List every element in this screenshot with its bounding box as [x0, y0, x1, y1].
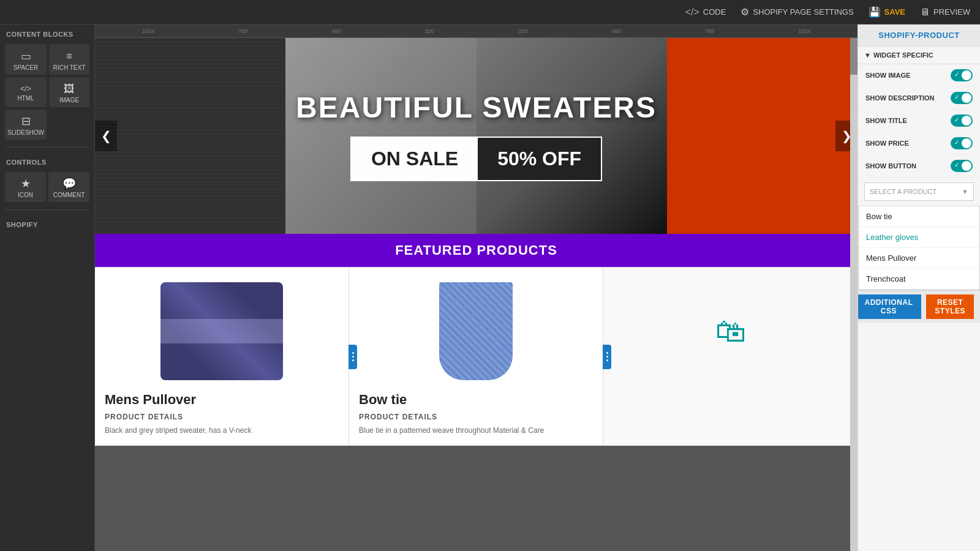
canvas-scroll[interactable]: BEAUTIFUL SWEATERS ON SALE 50% OFF ❮ ❯ F… — [95, 38, 858, 551]
dot-4 — [606, 352, 608, 354]
sidebar-item-rich-text[interactable]: ≡ RICH TEXT — [49, 44, 89, 75]
product-2-details-label: PRODUCT DETAILS — [359, 413, 593, 421]
html-label: HTML — [17, 95, 34, 102]
right-sidebar-header: SHOPIFY-PRODUCT — [858, 24, 980, 47]
sidebar-item-html[interactable]: </> HTML — [5, 77, 47, 107]
controls-title: CONTROLS — [0, 152, 94, 170]
controls-grid: ★ ICON 💬 COMMENT — [0, 170, 94, 204]
show-button-check: ✓ — [954, 162, 959, 168]
select-product-chevron: ▼ — [962, 188, 968, 195]
settings-button[interactable]: ⚙ SHOPIFY PAGE SETTINGS — [741, 6, 853, 18]
select-product-placeholder: SELECT A PRODUCT — [870, 188, 937, 195]
ruler-768-left: 768 — [238, 28, 247, 34]
spacer-icon: ▭ — [21, 51, 31, 62]
dropdown-item-bow-tie[interactable]: Bow tie — [859, 206, 979, 227]
main-layout: CONTENT BLOCKS ▭ SPACER ≡ RICH TEXT </> … — [0, 24, 980, 551]
sidebar-divider-1 — [5, 147, 89, 148]
code-label: CODE — [703, 7, 726, 17]
sidebar-item-icon[interactable]: ★ ICON — [5, 172, 46, 202]
sidebar-item-comment[interactable]: 💬 COMMENT — [48, 172, 89, 202]
select-product-button[interactable]: SELECT A PRODUCT ▼ — [864, 182, 974, 201]
rich-text-icon: ≡ — [66, 50, 72, 62]
toggle-show-button: SHOW BUTTON ✓ — [858, 155, 980, 178]
hero-title: BEAUTIFUL SWEATERS — [296, 91, 657, 124]
preview-label: PREVIEW — [933, 7, 970, 17]
sweater-stripe — [160, 319, 283, 343]
sweater-image — [160, 282, 283, 380]
dot-1 — [352, 352, 354, 354]
slideshow-icon: ⊟ — [21, 116, 31, 127]
rich-text-label: RICH TEXT — [53, 64, 86, 71]
product-2-name: Bow tie — [359, 392, 593, 408]
product-2-edit-handle[interactable] — [603, 345, 611, 369]
product-1-name: Mens Pullover — [105, 392, 339, 408]
dropdown-item-trenchcoat[interactable]: Trenchcoat — [859, 269, 979, 290]
show-price-label: SHOW PRICE — [865, 140, 909, 147]
show-description-label: SHOW DESCRIPTION — [865, 94, 934, 102]
center-canvas: 1024 768 480 320 320 480 768 1024 — [95, 24, 858, 551]
ruler: 1024 768 480 320 320 480 768 1024 — [95, 24, 858, 38]
product-1-image — [105, 277, 339, 384]
edit-handle-dots-2 — [606, 352, 608, 361]
show-image-toggle[interactable]: ✓ — [951, 69, 973, 81]
tie-image — [439, 282, 513, 380]
sidebar-item-slideshow[interactable]: ⊟ SLIDESHOW — [5, 110, 47, 140]
code-button[interactable]: </> CODE — [685, 7, 726, 18]
sidebar-item-spacer[interactable]: ▭ SPACER — [5, 44, 47, 75]
hero-sale-left: ON SALE — [352, 138, 478, 180]
show-button-toggle[interactable]: ✓ — [951, 160, 973, 172]
topbar: </> CODE ⚙ SHOPIFY PAGE SETTINGS 💾 SAVE … — [0, 0, 980, 24]
ruler-320-right: 320 — [518, 28, 527, 34]
ruler-320-left: 320 — [425, 28, 434, 34]
dropdown-item-leather-gloves[interactable]: Leather gloves — [859, 227, 979, 248]
shopify-title: SHOPIFY — [0, 215, 94, 232]
save-label: SAVE — [884, 7, 905, 17]
widget-specific-header: ▼ WIDGET SPECIFIC — [858, 47, 980, 64]
monitor-icon: 🖥 — [920, 7, 930, 18]
hero-slider: BEAUTIFUL SWEATERS ON SALE 50% OFF ❮ ❯ — [95, 38, 858, 234]
dot-6 — [606, 359, 608, 361]
featured-products-bar: FEATURED PRODUCTS — [95, 234, 858, 267]
ruler-1024-left: 1024 — [142, 28, 154, 34]
chevron-down-icon: ▼ — [864, 51, 871, 59]
comment-label: COMMENT — [53, 192, 85, 198]
html-icon: </> — [20, 85, 31, 92]
dot-3 — [352, 359, 354, 361]
dot-5 — [606, 356, 608, 358]
product-1-edit-handle[interactable] — [349, 345, 357, 369]
widget-specific-label: WIDGET SPECIFIC — [873, 51, 933, 59]
ruler-768-right: 768 — [705, 28, 714, 34]
save-button[interactable]: 💾 SAVE — [869, 6, 905, 18]
select-product-row: SELECT A PRODUCT ▼ — [858, 178, 980, 206]
show-button-label: SHOW BUTTON — [865, 162, 916, 170]
preview-button[interactable]: 🖥 PREVIEW — [920, 7, 970, 18]
hero-sale-right: 50% OFF — [478, 138, 601, 180]
toggle-show-title: SHOW TITLE ✓ — [858, 110, 980, 132]
additional-css-button[interactable]: ADDITIONAL CSS — [858, 294, 921, 319]
save-icon: 💾 — [869, 6, 881, 18]
dropdown-item-mens-pullover[interactable]: Mens Pullover — [859, 248, 979, 269]
sidebar-item-image[interactable]: 🖼 IMAGE — [49, 77, 89, 107]
ruler-480-left: 480 — [331, 28, 341, 34]
show-image-label: SHOW IMAGE — [865, 72, 910, 79]
scrollbar-track[interactable] — [850, 38, 858, 551]
slider-prev-button[interactable]: ❮ — [95, 121, 117, 151]
product-1-desc: Black and grey striped sweater, has a V-… — [105, 425, 339, 436]
show-price-toggle[interactable]: ✓ — [951, 137, 973, 149]
product-3-image: 🛍 — [613, 277, 848, 384]
bottom-bar: ADDITIONAL CSS RESET STYLES — [858, 290, 980, 323]
show-title-label: SHOW TITLE — [865, 117, 907, 124]
image-label: IMAGE — [59, 97, 79, 103]
products-grid: Mens Pullover PRODUCT DETAILS Black and … — [95, 267, 858, 446]
product-2-desc: Blue tie in a patterned weave throughout… — [359, 425, 593, 436]
show-description-toggle[interactable]: ✓ — [951, 92, 973, 104]
toggle-show-price: SHOW PRICE ✓ — [858, 132, 980, 155]
product-col-3: 🛍 — [603, 268, 858, 446]
canvas-content: BEAUTIFUL SWEATERS ON SALE 50% OFF ❮ ❯ F… — [95, 38, 858, 446]
reset-styles-button[interactable]: RESET STYLES — [926, 294, 974, 319]
show-title-toggle[interactable]: ✓ — [951, 114, 973, 127]
gear-icon: ⚙ — [741, 6, 749, 18]
show-description-check: ✓ — [954, 94, 959, 100]
icon-icon: ★ — [21, 178, 31, 189]
scrollbar-thumb[interactable] — [850, 38, 858, 75]
